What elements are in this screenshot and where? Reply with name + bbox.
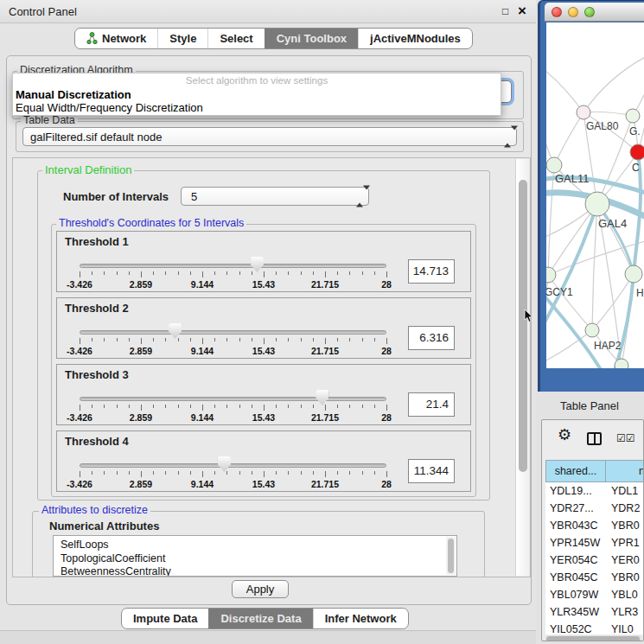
table-data-combobox[interactable]: galFiltered.sif default node [22,127,517,146]
cell-name[interactable]: YBL0 [605,586,638,603]
slider-track[interactable] [80,330,386,335]
number-of-intervals-combobox[interactable]: 5 [181,187,369,206]
float-window-icon[interactable]: □ [502,5,508,17]
horizontal-scrollbar-thumb[interactable] [546,636,640,641]
attribute-item-betweennesscentrality[interactable]: BetweennessCentrality [61,565,456,577]
minimize-traffic-light[interactable] [568,7,578,17]
network-node-h[interactable] [625,265,642,283]
network-node-gal80[interactable] [577,105,590,119]
network-node-g[interactable] [626,109,640,123]
algorithm-option-manual-discretization[interactable]: Manual Discretization [13,88,501,101]
tab-network[interactable]: Network [75,29,157,48]
attribute-list-scrollbar[interactable] [446,537,456,575]
network-edge[interactable] [546,67,583,112]
table-row[interactable]: YDL19...YDL1 [545,482,644,500]
zoom-traffic-light[interactable] [584,7,595,17]
cell-shared-name[interactable]: YER054C [545,552,605,569]
table-row[interactable]: YPR145WYPR1 [545,534,644,552]
slider-thumb[interactable] [218,456,231,472]
network-node-gal4[interactable] [585,192,609,216]
vertical-scrollbar-thumb[interactable] [519,180,527,472]
threshold-slider[interactable]: -3.4262.8599.14415.4321.71528 [80,232,386,293]
vertical-scrollbar[interactable] [515,159,529,576]
tab-jactivemnodules[interactable]: jActiveMNodules [358,29,472,48]
table-data-label: Table Data [21,114,78,126]
network-edge[interactable] [548,165,554,275]
column-header-shared[interactable]: shared... [545,460,606,482]
network-edge[interactable] [583,112,633,117]
cell-name[interactable]: YBR0 [605,517,640,534]
cell-shared-name[interactable]: YBL079W [545,586,605,603]
network-edge[interactable] [592,204,597,330]
slider-track[interactable] [80,264,386,268]
network-edge[interactable] [583,55,644,112]
cell-name[interactable]: YPR1 [605,534,640,552]
close-icon[interactable]: × [518,3,526,20]
slider-thumb[interactable] [316,390,328,405]
slider-tick [104,338,105,341]
table-row[interactable]: YBR045CYBR0 [545,569,644,586]
network-node-c[interactable] [630,144,644,160]
slider-tick-label: 9.144 [191,412,214,423]
attribute-item-selfloops[interactable]: SelfLoops [61,539,456,552]
threshold-value-field[interactable]: 11.344 [408,459,455,483]
cell-shared-name[interactable]: YIL052C [545,621,605,634]
cell-shared-name[interactable]: YPR145W [545,534,605,552]
table-row[interactable]: YLR345WYLR3 [545,603,644,621]
cell-name[interactable]: YER0 [605,552,640,569]
threshold-value-field[interactable]: 21.4 [408,392,455,417]
threshold-slider[interactable]: -3.4262.8599.14415.4321.71528 [80,365,386,426]
gear-icon[interactable]: ⚙ [558,427,571,443]
slider-tick-label: 21.715 [311,279,339,290]
tab-cyni-toolbox[interactable]: Cyni Toolbox [265,29,358,48]
slider-tick [190,338,191,341]
slider-tick [313,271,314,275]
network-edge[interactable] [554,112,583,165]
network-node-gcy1[interactable] [546,267,556,283]
table-row[interactable]: YBR043CYBR0 [545,517,644,534]
tab-discretize-data[interactable]: Discretize Data [208,609,312,628]
threshold-value-field[interactable]: 14.713 [408,259,455,284]
threshold-value-field[interactable]: 6.316 [408,326,455,350]
tab-style[interactable]: Style [157,29,207,48]
cell-name[interactable]: YBR0 [605,569,640,586]
network-canvas[interactable]: GAL80G.CGAL11GAL4GCY1HHAP2 [546,22,644,368]
split-columns-icon[interactable] [587,432,602,445]
table-row[interactable]: YDR27...YDR2 [545,500,644,517]
horizontal-scrollbar[interactable] [545,635,642,641]
table-row[interactable]: YIL052CYIL0 [545,621,644,634]
close-traffic-light[interactable] [552,7,562,17]
tab-infer-network[interactable]: Infer Network [313,609,408,628]
slider-tick [226,405,227,408]
cell-name[interactable]: YLR3 [605,603,638,621]
algorithm-option-equal-width-frequency-discretization[interactable]: Equal Width/Frequency Discretization [13,101,501,114]
threshold-slider[interactable]: -3.4262.8599.14415.4321.71528 [80,298,386,360]
slider-track[interactable] [80,463,386,468]
slider-thumb[interactable] [251,257,264,272]
attribute-listbox[interactable]: SelfLoopsTopologicalCoefficientBetweenne… [53,535,457,577]
network-node[interactable] [615,359,628,368]
cell-name[interactable]: YDL1 [605,482,638,500]
cell-shared-name[interactable]: YDL19... [545,482,605,500]
tab-impute-data[interactable]: Impute Data [122,609,208,628]
network-node-hap2[interactable] [585,323,599,337]
cell-shared-name[interactable]: YBR045C [545,569,605,586]
algorithm-option-list: Manual DiscretizationEqual Width/Frequen… [13,88,501,114]
cell-name[interactable]: YIL0 [605,621,634,634]
table-row[interactable]: YBL079WYBL0 [545,586,644,603]
checkbox-columns-icon[interactable]: ☑☑ [616,432,635,444]
slider-thumb[interactable] [169,323,182,339]
cell-shared-name[interactable]: YBR043C [545,517,605,534]
slider-track[interactable] [80,397,386,401]
column-header-name[interactable]: n [605,460,644,482]
attribute-item-topologicalcoefficient[interactable]: TopologicalCoefficient [61,552,456,566]
cell-name[interactable]: YDR2 [605,500,640,517]
apply-button[interactable]: Apply [232,580,289,598]
table-row[interactable]: YER054CYER0 [545,552,644,569]
cell-shared-name[interactable]: YLR345W [545,603,605,621]
tab-select[interactable]: Select [207,29,264,48]
threshold-slider[interactable]: -3.4262.8599.14415.4321.71528 [80,431,386,493]
cell-shared-name[interactable]: YDR27... [545,500,605,517]
slider-tick-label: 2.859 [130,412,152,423]
network-node-gal11[interactable] [546,157,562,173]
